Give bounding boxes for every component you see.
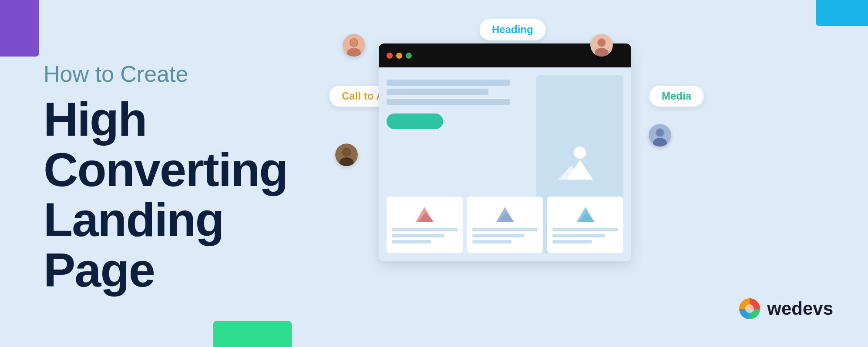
card-2-image xyxy=(472,202,538,224)
avatar-2 xyxy=(335,143,358,166)
card-3-image xyxy=(552,202,618,224)
card-3-mountain-icon xyxy=(575,204,596,224)
card-1-text-1 xyxy=(392,228,458,231)
browser-dot-green xyxy=(406,53,412,59)
card-2-text-3 xyxy=(472,240,511,244)
hero-main-title: High Converting Landing Page xyxy=(44,94,331,295)
browser-cta-button xyxy=(387,113,443,129)
hero-title-line1: High Converting xyxy=(44,94,331,194)
heading-label: Heading xyxy=(479,18,546,41)
wedevs-brand-name: wedevs xyxy=(767,298,833,319)
hero-text-section: How to Create High Converting Landing Pa… xyxy=(44,61,331,295)
card-1-image xyxy=(392,202,458,224)
svg-point-12 xyxy=(350,39,357,46)
browser-card-1 xyxy=(387,197,463,253)
avatar-3 xyxy=(590,34,613,57)
browser-text-line-2 xyxy=(387,89,488,95)
avatar-4 xyxy=(649,124,671,147)
card-2-mountain-icon xyxy=(494,204,516,224)
browser-card-2 xyxy=(467,197,543,253)
card-2-text-2 xyxy=(472,234,525,237)
corner-green-accent xyxy=(213,321,292,347)
svg-point-20 xyxy=(598,39,605,46)
card-3-text-2 xyxy=(552,234,605,237)
hero-title-line2: Landing Page xyxy=(44,194,331,295)
card-1-text-2 xyxy=(392,234,444,237)
svg-point-0 xyxy=(574,147,586,159)
card-3-text-3 xyxy=(552,240,592,244)
corner-purple-accent xyxy=(0,0,39,57)
wedevs-logo: wedevs xyxy=(737,297,833,321)
browser-cards-row xyxy=(387,197,623,253)
card-3-text-1 xyxy=(552,228,618,231)
browser-text-line-3 xyxy=(387,99,510,105)
browser-dot-yellow xyxy=(396,53,402,59)
card-2-text-1 xyxy=(472,228,538,231)
card-1-mountain-icon xyxy=(414,204,435,224)
card-1-text-3 xyxy=(392,240,431,244)
mountain-illustration xyxy=(554,145,606,184)
browser-mockup xyxy=(379,43,631,261)
browser-dot-red xyxy=(387,53,393,59)
hero-subtitle: How to Create xyxy=(44,61,331,87)
browser-text-line-1 xyxy=(387,80,510,86)
wedevs-icon xyxy=(737,297,762,321)
browser-content-area xyxy=(379,67,631,261)
browser-card-3 xyxy=(547,197,623,253)
media-label: Media xyxy=(649,85,704,107)
svg-point-16 xyxy=(343,149,350,156)
svg-point-24 xyxy=(656,129,663,136)
avatar-1 xyxy=(343,34,365,57)
corner-blue-accent xyxy=(816,0,868,26)
